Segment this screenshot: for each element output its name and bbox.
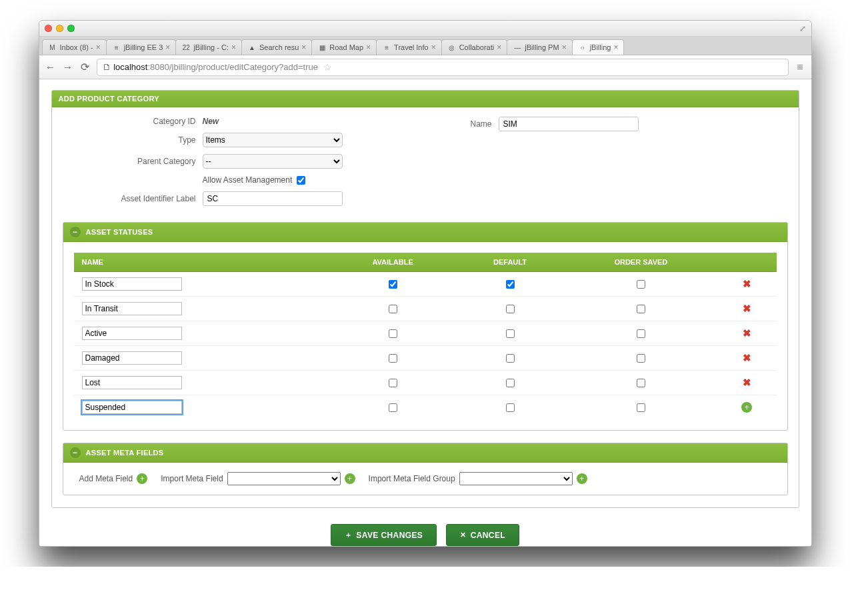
parent-category-select[interactable]: -- (203, 154, 343, 169)
asset-identifier-input[interactable] (203, 191, 343, 206)
import-meta-field-button[interactable]: + (345, 473, 355, 484)
browser-tabs: MInbox (8) - ×≡jBilling EE 3×22jBilling … (39, 37, 811, 55)
name-label: Name (445, 119, 499, 129)
add-meta-field-button[interactable]: + (137, 473, 147, 484)
status-name-input[interactable] (82, 401, 182, 414)
url-path: :8080/jbilling/product/editCategory?add=… (147, 62, 317, 72)
bookmark-icon[interactable]: ☆ (323, 62, 332, 73)
tab-label: Inbox (8) - (60, 43, 93, 51)
browser-tab[interactable]: ◎Collaborati× (441, 39, 508, 55)
default-checkbox[interactable] (506, 305, 515, 313)
close-window-icon[interactable] (45, 25, 52, 32)
status-name-input[interactable] (82, 376, 182, 389)
order-saved-checkbox[interactable] (637, 329, 645, 338)
delete-row-button[interactable]: ✖ (743, 352, 751, 363)
favicon: ○ (578, 43, 587, 52)
type-label: Type (63, 135, 203, 145)
favicon: — (513, 43, 522, 52)
import-meta-field-label: Import Meta Field (161, 474, 223, 483)
tab-label: jBilling - C: (193, 43, 229, 51)
button-bar: ＋ SAVE CHANGES ✕ CANCEL (51, 520, 799, 546)
browser-tab[interactable]: ≡jBilling EE 3× (106, 39, 177, 55)
default-checkbox[interactable] (506, 280, 515, 289)
status-row: ✖ (74, 346, 777, 371)
tab-label: jBilling EE 3 (124, 43, 163, 51)
default-checkbox[interactable] (506, 379, 515, 387)
available-checkbox[interactable] (389, 403, 397, 412)
default-checkbox[interactable] (506, 329, 515, 338)
window-titlebar: ⤢ (39, 21, 811, 37)
order-saved-checkbox[interactable] (637, 305, 645, 313)
order-saved-checkbox[interactable] (637, 403, 645, 412)
import-meta-field-group-label: Import Meta Field Group (369, 474, 455, 483)
menu-icon[interactable]: ≡ (794, 61, 805, 73)
col-order-saved: ORDER SAVED (565, 253, 717, 272)
forward-button[interactable]: → (62, 61, 74, 73)
allow-asset-checkbox[interactable] (297, 176, 305, 185)
name-input[interactable] (499, 117, 639, 131)
add-product-category-panel: ADD PRODUCT CATEGORY Category ID New Typ… (51, 90, 799, 508)
default-checkbox[interactable] (506, 354, 515, 363)
close-tab-icon[interactable]: × (431, 43, 436, 52)
panel-header: ADD PRODUCT CATEGORY (52, 91, 799, 107)
status-row: ✖ (74, 272, 777, 297)
browser-tab[interactable]: MInbox (8) - × (42, 39, 107, 55)
close-tab-icon[interactable]: × (562, 43, 567, 52)
available-checkbox[interactable] (389, 305, 397, 313)
asset-statuses-title: ASSET STATUSES (86, 228, 153, 236)
address-bar[interactable]: 🗋 localhost:8080/jbilling/product/editCa… (97, 59, 789, 76)
close-tab-icon[interactable]: × (231, 43, 236, 52)
close-tab-icon[interactable]: × (497, 43, 501, 52)
order-saved-checkbox[interactable] (637, 354, 645, 363)
fullscreen-icon[interactable]: ⤢ (799, 24, 806, 33)
import-meta-field-group-button[interactable]: + (577, 473, 587, 484)
available-checkbox[interactable] (389, 379, 397, 387)
browser-tab[interactable]: —jBilling PM× (507, 39, 572, 55)
close-tab-icon[interactable]: × (366, 43, 371, 52)
parent-category-label: Parent Category (63, 157, 203, 166)
order-saved-checkbox[interactable] (637, 280, 645, 289)
tab-label: Search resu (259, 43, 299, 51)
asset-meta-fields-panel: − ASSET META FIELDS Add Meta Field + Imp… (63, 443, 788, 495)
cancel-button[interactable]: ✕ CANCEL (446, 524, 519, 546)
status-name-input[interactable] (82, 277, 182, 291)
browser-tab[interactable]: ▦Road Map× (311, 39, 377, 55)
col-default: DEFAULT (455, 253, 564, 272)
available-checkbox[interactable] (389, 354, 397, 363)
reload-button[interactable]: ⟳ (79, 61, 91, 73)
type-select[interactable]: Items (203, 133, 343, 147)
collapse-icon[interactable]: − (70, 447, 81, 458)
tab-label: jBilling PM (525, 43, 559, 51)
add-row-button[interactable]: + (741, 402, 752, 413)
delete-row-button[interactable]: ✖ (743, 303, 751, 314)
import-meta-field-group-select[interactable] (459, 472, 573, 485)
available-checkbox[interactable] (389, 329, 397, 338)
close-tab-icon[interactable]: × (613, 43, 618, 52)
browser-tab[interactable]: ≡Travel Info× (376, 39, 442, 55)
close-tab-icon[interactable]: × (165, 43, 170, 52)
back-button[interactable]: ← (45, 61, 57, 73)
delete-row-button[interactable]: ✖ (743, 327, 751, 339)
available-checkbox[interactable] (389, 280, 397, 289)
delete-row-button[interactable]: ✖ (743, 377, 751, 388)
save-button[interactable]: ＋ SAVE CHANGES (331, 524, 437, 546)
traffic-lights (45, 25, 75, 32)
browser-tab[interactable]: ▲Search resu× (241, 39, 312, 55)
close-tab-icon[interactable]: × (96, 43, 101, 52)
zoom-window-icon[interactable] (67, 25, 75, 32)
minimize-window-icon[interactable] (56, 25, 63, 32)
status-name-input[interactable] (82, 327, 182, 340)
browser-tab[interactable]: 22jBilling - C:× (175, 39, 242, 55)
default-checkbox[interactable] (506, 403, 515, 412)
browser-tab[interactable]: ○jBilling× (572, 39, 625, 55)
collapse-icon[interactable]: − (70, 227, 81, 237)
status-name-input[interactable] (82, 302, 182, 315)
close-tab-icon[interactable]: × (301, 43, 306, 52)
import-meta-field-select[interactable] (227, 472, 341, 485)
delete-row-button[interactable]: ✖ (743, 278, 751, 289)
status-row: ✖ (74, 297, 777, 321)
asset-meta-fields-title: ASSET META FIELDS (86, 449, 164, 457)
tab-label: Collaborati (459, 43, 495, 51)
order-saved-checkbox[interactable] (637, 379, 645, 387)
status-name-input[interactable] (82, 351, 182, 365)
